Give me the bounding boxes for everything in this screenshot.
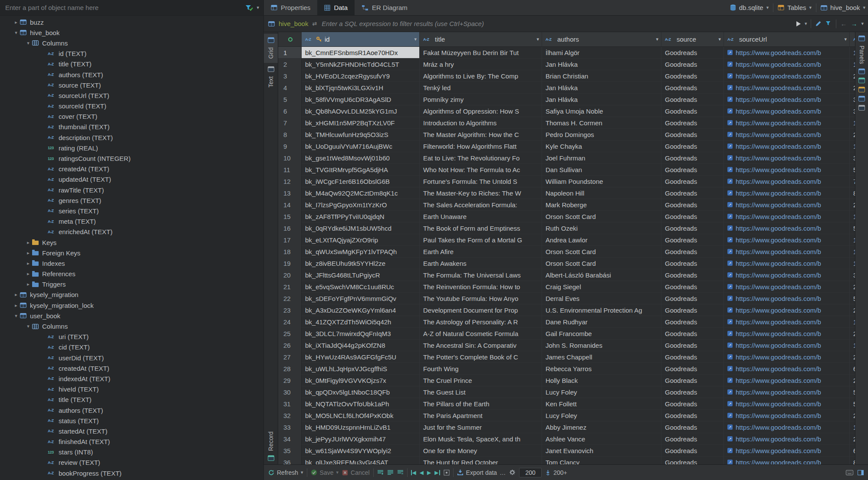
cell-id[interactable]: bk_HVEoDL2cqezRgysufvY9 — [302, 70, 420, 82]
tree-item-sourceid-text[interactable]: A-ZsourceId (TEXT) — [0, 101, 263, 111]
cell-source[interactable]: Goodreads — [661, 363, 724, 375]
column-menu-icon[interactable]: ▾ — [715, 36, 721, 42]
row-number[interactable]: 7 — [278, 117, 302, 129]
add-row-icon[interactable] — [377, 470, 384, 475]
cell-sourceUrl[interactable]: ↗https://www.goodreads.com/b — [724, 94, 850, 105]
row-number[interactable]: 29 — [278, 375, 302, 386]
column-header-extra[interactable]: A-Z — [850, 32, 855, 46]
cell-id[interactable]: bk_0MtFigyl9VGVVKOjzs7x — [302, 375, 420, 386]
cell-extra[interactable]: 3 — [850, 152, 855, 164]
tree-item-authors-text[interactable]: A-Zauthors (TEXT) — [0, 69, 263, 80]
cell-sourceUrl[interactable]: ↗https://www.goodreads.com/b — [724, 258, 850, 269]
cell-authors[interactable]: Dan Sullivan — [542, 164, 661, 176]
sql-filter-input[interactable] — [321, 20, 792, 28]
row-number[interactable]: 2 — [278, 59, 302, 70]
next-row-icon[interactable]: ▶ — [427, 470, 431, 475]
cell-title[interactable]: Earth Awakens — [420, 258, 542, 269]
cell-title[interactable]: Eat to Live: The Revolutionary Fo — [420, 152, 542, 164]
cell-authors[interactable]: Napoleon Hill — [542, 187, 661, 199]
cell-title[interactable]: The Reinvention Formula: How to — [420, 281, 542, 293]
cell-authors[interactable]: Derral Eves — [542, 293, 661, 304]
cell-title[interactable]: Paul Takes the Form of a Mortal G — [420, 234, 542, 246]
cell-authors[interactable]: Craig Siegel — [542, 281, 661, 293]
cell-authors[interactable]: John S. Romanides — [542, 340, 661, 351]
tree-item-rawtitle-text[interactable]: A-ZrawTitle (TEXT) — [0, 185, 263, 195]
row-number[interactable]: 5 — [278, 94, 302, 105]
tree-collapse-icon[interactable]: ▾ — [24, 323, 32, 329]
cell-id[interactable]: bk_UoDguuiVYuM716AujBWc — [302, 140, 420, 152]
cell-extra[interactable]: 6 — [850, 445, 855, 457]
history-forward-icon[interactable]: → — [851, 20, 857, 27]
row-number[interactable]: 12 — [278, 176, 302, 187]
tree-item-startedat-text[interactable]: A-ZstartedAt (TEXT) — [0, 426, 263, 436]
cell-authors[interactable]: Ruth Ozeki — [542, 222, 661, 234]
chevron-down-icon[interactable]: ▾ — [301, 470, 303, 475]
cell-authors[interactable]: Albert-László Barabási — [542, 269, 661, 281]
cell-extra[interactable]: 2 — [850, 351, 855, 363]
cell-extra[interactable]: 5 — [850, 386, 855, 398]
row-number[interactable]: 17 — [278, 234, 302, 246]
cell-extra[interactable]: 1 — [850, 421, 855, 433]
cell-extra[interactable]: 1 — [850, 316, 855, 328]
column-menu-icon[interactable]: ▾ — [411, 36, 417, 42]
cell-title[interactable]: The Hunt for Red October — [420, 457, 542, 464]
cell-extra[interactable]: 5 — [850, 222, 855, 234]
row-number[interactable]: 10 — [278, 152, 302, 164]
cell-id[interactable]: bk_qpQDxv5lgLtNboC18QFb — [302, 386, 420, 398]
cell-extra[interactable]: 7 — [850, 176, 855, 187]
cell-title[interactable]: The Paris Apartment — [420, 410, 542, 421]
value-panel-icon[interactable] — [858, 69, 865, 74]
cell-sourceUrl[interactable]: ↗https://www.goodreads.com/b — [724, 421, 850, 433]
cell-title[interactable]: The Ancestral Sin: A Comparativ — [420, 340, 542, 351]
cell-title[interactable]: A-Z of Natural Cosmetic Formula — [420, 328, 542, 340]
history-back-icon[interactable]: ← — [840, 20, 847, 27]
cell-authors[interactable]: Ashlee Vance — [542, 433, 661, 445]
tree-item-thumbnail-text[interactable]: A-Zthumbnail (TEXT) — [0, 122, 263, 132]
row-number[interactable]: 6 — [278, 105, 302, 117]
column-menu-icon[interactable]: ▾ — [841, 36, 847, 42]
cell-id[interactable]: bk_qWUxSwMgKFpY1lvTPAQh — [302, 246, 420, 258]
cell-extra[interactable]: 1 — [850, 211, 855, 222]
tree-item-title-text[interactable]: A-Ztitle (TEXT) — [0, 59, 263, 69]
cell-extra[interactable]: 19 — [850, 340, 855, 351]
save-filter-icon[interactable] — [825, 21, 832, 27]
cell-sourceUrl[interactable]: ↗https://www.goodreads.com/b — [724, 129, 850, 140]
cell-title[interactable]: The Youtube Formula: How Anyo — [420, 293, 542, 304]
tree-item-createdat-text[interactable]: A-ZcreatedAt (TEXT) — [0, 363, 263, 373]
tree-item-indexes[interactable]: ▸Indexes — [0, 258, 263, 268]
fetch-more-button[interactable]: 200+ — [545, 469, 567, 476]
cell-authors[interactable]: Safiya Umoja Noble — [542, 105, 661, 117]
cell-id[interactable]: bk_0qRYdke6iJM1sbUW5hcd — [302, 222, 420, 234]
cell-source[interactable]: Goodreads — [661, 164, 724, 176]
cell-extra[interactable]: 2 — [850, 70, 855, 82]
tree-item-uri-text[interactable]: A-Zuri (TEXT) — [0, 332, 263, 342]
database-selector[interactable]: db.sqlite ▾ — [730, 4, 769, 11]
cell-sourceUrl[interactable]: ↗https://www.goodreads.com/b — [724, 410, 850, 421]
tree-item-enrichedat-text[interactable]: A-ZenrichedAt (TEXT) — [0, 227, 263, 237]
row-number[interactable]: 20 — [278, 269, 302, 281]
cell-id[interactable]: bk_gse1tWed8MsovWj01b60 — [302, 152, 420, 164]
cell-source[interactable]: Goodreads — [661, 222, 724, 234]
tree-expand-icon[interactable]: ▸ — [12, 20, 20, 25]
cell-id[interactable]: bk_w61SjaWv4S9VYWOplyi2 — [302, 445, 420, 457]
tree-item-user-book[interactable]: ▾user_book — [0, 310, 263, 321]
cell-id[interactable]: bk_sDEFoYFgfPnV6mmmGiQv — [302, 293, 420, 304]
save-button[interactable]: Save ▾ — [311, 469, 339, 476]
cell-extra[interactable]: 1 — [850, 234, 855, 246]
cell-source[interactable]: Goodreads — [661, 351, 724, 363]
row-number[interactable]: 28 — [278, 363, 302, 375]
row-number[interactable]: 36 — [278, 457, 302, 464]
filter-history-dropdown-icon[interactable]: ▾ — [805, 21, 807, 26]
cell-extra[interactable]: 1 — [850, 140, 855, 152]
cell-source[interactable]: Goodreads — [661, 234, 724, 246]
column-menu-icon[interactable]: ▾ — [533, 36, 539, 42]
row-number[interactable]: 15 — [278, 211, 302, 222]
duplicate-row-icon[interactable] — [387, 470, 394, 475]
cell-authors[interactable]: William Poundstone — [542, 176, 661, 187]
cell-sourceUrl[interactable]: ↗https://www.goodreads.com/b — [724, 351, 850, 363]
cell-extra[interactable]: 5 — [850, 164, 855, 176]
tree-collapse-icon[interactable]: ▾ — [24, 40, 32, 46]
tree-item-meta-text[interactable]: A-Zmeta (TEXT) — [0, 216, 263, 227]
cell-authors[interactable]: Gail Francombe — [542, 328, 661, 340]
cell-authors[interactable]: Orson Scott Card — [542, 246, 661, 258]
